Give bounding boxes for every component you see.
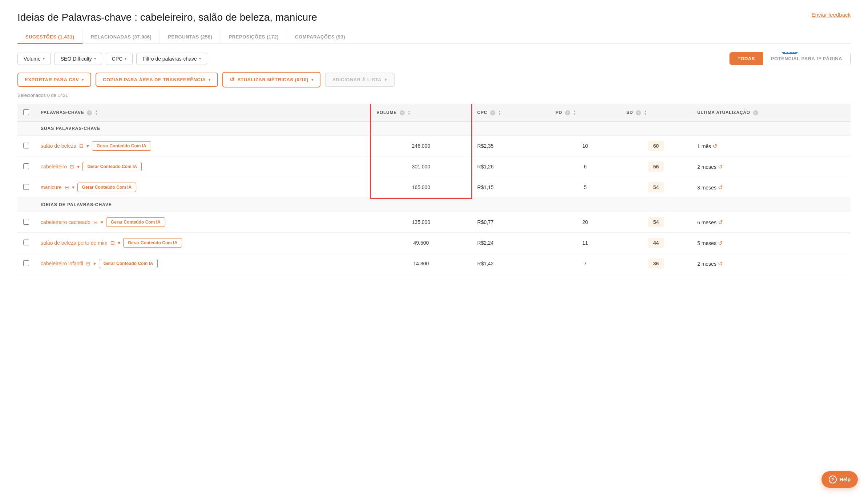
sort-icon[interactable]: ▲▼ (644, 110, 647, 116)
select-all-header[interactable] (17, 104, 35, 122)
selected-info: Selecionados 0 de 1431 (17, 93, 851, 98)
row-keyword-cell: cabeleireiro infantil ⊟ ▾ Gerar Conteúdo… (35, 253, 371, 274)
beta-badge: BETA (782, 52, 798, 54)
table-row: salão de beleza ⊟ ▾ Gerar Conteúdo Com I… (17, 136, 851, 156)
row-checkbox[interactable] (23, 260, 29, 266)
filter-keyword-icon[interactable]: ⊟ (110, 240, 115, 246)
row-volume-cell: 49.500 (371, 233, 471, 253)
row-checkbox-cell[interactable] (17, 136, 35, 156)
col-header-sd: SD ? ▲▼ (621, 104, 691, 122)
row-sd-cell: 54 (621, 177, 691, 198)
row-update-cell: 2 meses ↺ (691, 156, 851, 177)
row-checkbox[interactable] (23, 163, 29, 169)
col-header-pd: PD ? ▲▼ (550, 104, 621, 122)
refresh-icon[interactable]: ↺ (712, 143, 717, 149)
keyword-link[interactable]: cabeleireiro (41, 164, 67, 170)
copy-clipboard-button[interactable]: COPIAR PARA ÁREA DE TRANSFERÊNCIA ▾ (96, 73, 218, 87)
export-csv-button[interactable]: EXPORTAR PARA CSV ▾ (17, 73, 91, 87)
row-checkbox-cell[interactable] (17, 212, 35, 233)
filter-keyword-icon[interactable]: ⊟ (93, 219, 98, 225)
tab-sugestoes[interactable]: SUGESTÕES (1.431) (17, 30, 82, 44)
table-row: cabeleireiro infantil ⊟ ▾ Gerar Conteúdo… (17, 253, 851, 274)
row-keyword-cell: manicure ⊟ ▾ Gerar Conteúdo Com IA (35, 177, 371, 198)
filter-keyword[interactable]: Filtro de palavras-chave ▾ (136, 53, 207, 65)
keyword-link[interactable]: manicure (41, 184, 62, 190)
filter-keyword-icon[interactable]: ⊟ (65, 184, 69, 190)
chevron-down-icon[interactable]: ▾ (77, 164, 80, 170)
chevron-down-icon: ▾ (94, 57, 96, 61)
sort-icon[interactable]: ▲▼ (573, 110, 576, 116)
col-header-palavras-chave: PALAVRAS-CHAVE ? ▲▼ (35, 104, 371, 122)
feedback-link[interactable]: Enviar feedback (811, 12, 851, 18)
view-todas[interactable]: TODAS (730, 52, 763, 65)
row-checkbox-cell[interactable] (17, 253, 35, 274)
chevron-down-icon[interactable]: ▾ (93, 261, 96, 266)
filter-keyword-icon[interactable]: ⊟ (79, 143, 84, 149)
sort-icon[interactable]: ▲▼ (408, 110, 411, 116)
chevron-down-icon[interactable]: ▾ (101, 219, 103, 225)
view-potencial[interactable]: POTENCIAL PARA 1ª PÁGINA (763, 52, 850, 65)
keyword-link[interactable]: salão de beleza (41, 143, 76, 149)
row-volume-cell: 165.000 (371, 177, 471, 198)
sort-icon[interactable]: ▲▼ (498, 110, 501, 116)
chevron-down-icon: ▾ (82, 78, 84, 82)
row-checkbox[interactable] (23, 219, 29, 225)
refresh-icon[interactable]: ↺ (718, 261, 723, 267)
help-icon[interactable]: ? (753, 110, 758, 115)
table-body: SUAS PALAVRAS-CHAVE salão de beleza ⊟ ▾ … (17, 122, 851, 274)
help-icon[interactable]: ? (490, 110, 495, 115)
select-all-checkbox[interactable] (23, 109, 29, 115)
row-cpc-cell: R$2,24 (472, 233, 550, 253)
keyword-link[interactable]: salão de beleza perto de mim (41, 240, 108, 246)
generate-content-button[interactable]: Gerar Conteúdo Com IA (99, 259, 158, 268)
row-sd-cell: 36 (621, 253, 691, 274)
row-cpc-cell: R$1,15 (472, 177, 550, 198)
filter-keyword-icon[interactable]: ⊟ (70, 164, 74, 170)
generate-content-button[interactable]: Gerar Conteúdo Com IA (106, 217, 165, 227)
refresh-icon[interactable]: ↺ (718, 219, 723, 225)
chevron-down-icon[interactable]: ▾ (118, 240, 120, 246)
tab-relacionadas[interactable]: RELACIONADAS (37.986) (82, 30, 160, 44)
filter-keyword-icon[interactable]: ⊟ (86, 261, 90, 266)
tab-comparacoes[interactable]: COMPARAÇÕES (93) (287, 30, 353, 44)
tab-preposicoes[interactable]: PREPOSIÇÕES (172) (221, 30, 287, 44)
filters-row: Volume ▾ SEO Difficulty ▾ CPC ▾ Filtro d… (17, 52, 851, 65)
row-update-cell: 3 meses ↺ (691, 177, 851, 198)
row-keyword-cell: salão de beleza perto de mim ⊟ ▾ Gerar C… (35, 233, 371, 253)
generate-content-button[interactable]: Gerar Conteúdo Com IA (77, 183, 137, 192)
help-icon[interactable]: ? (87, 110, 92, 115)
chevron-down-icon: ▾ (311, 78, 314, 82)
refresh-icon[interactable]: ↺ (718, 184, 723, 191)
row-checkbox[interactable] (23, 184, 29, 190)
row-checkbox-cell[interactable] (17, 177, 35, 198)
row-sd-cell: 44 (621, 233, 691, 253)
row-sd-cell: 60 (621, 136, 691, 156)
keyword-link[interactable]: cabeleireiro infantil (41, 261, 83, 266)
update-metrics-button[interactable]: ↺ ATUALIZAR MÉTRICAS (0/10) ▾ (222, 72, 321, 87)
tab-perguntas[interactable]: PERGUNTAS (258) (160, 30, 220, 44)
chevron-down-icon[interactable]: ▾ (72, 184, 74, 190)
help-icon[interactable]: ? (565, 110, 570, 115)
refresh-icon[interactable]: ↺ (718, 164, 723, 170)
row-checkbox-cell[interactable] (17, 156, 35, 177)
generate-content-button[interactable]: Gerar Conteúdo Com IA (123, 238, 182, 248)
chevron-down-icon[interactable]: ▾ (86, 143, 89, 149)
sort-icon[interactable]: ▲▼ (95, 110, 98, 116)
keyword-link[interactable]: cabeleireiro cacheado (41, 219, 90, 225)
generate-content-button[interactable]: Gerar Conteúdo Com IA (92, 141, 151, 151)
table-row: salão de beleza perto de mim ⊟ ▾ Gerar C… (17, 233, 851, 253)
help-icon[interactable]: ? (400, 110, 405, 115)
filter-volume[interactable]: Volume ▾ (17, 53, 51, 65)
row-checkbox-cell[interactable] (17, 233, 35, 253)
add-to-list-button[interactable]: ADICIONAR À LISTA ▾ (325, 73, 394, 87)
help-icon[interactable]: ? (636, 110, 641, 115)
filter-seo-difficulty[interactable]: SEO Difficulty ▾ (54, 53, 102, 65)
row-checkbox[interactable] (23, 240, 29, 245)
refresh-icon[interactable]: ↺ (718, 240, 723, 246)
row-checkbox[interactable] (23, 143, 29, 148)
row-cpc-cell: R$0,77 (472, 212, 550, 233)
filter-cpc[interactable]: CPC ▾ (106, 53, 133, 65)
generate-content-button[interactable]: Gerar Conteúdo Com IA (82, 162, 142, 171)
row-pd-cell: 7 (550, 253, 621, 274)
chevron-down-icon: ▾ (125, 57, 126, 61)
